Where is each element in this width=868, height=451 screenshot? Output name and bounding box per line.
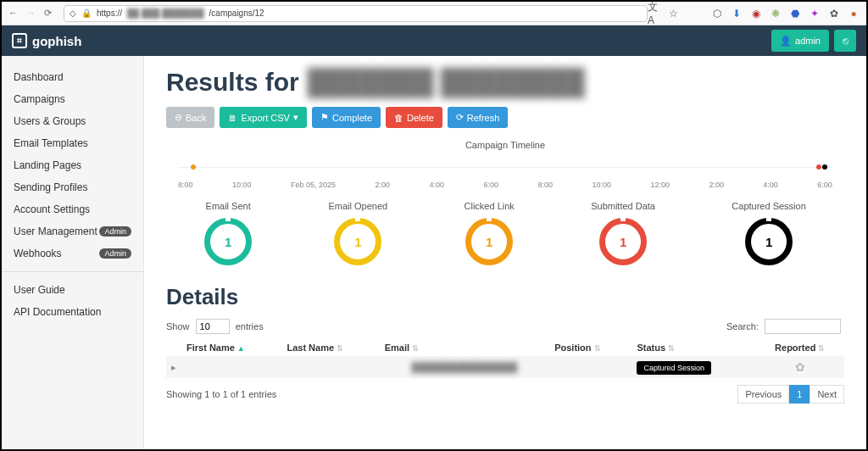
nav-fwd-icon[interactable]: →	[26, 8, 36, 19]
stat-value: 1	[225, 235, 231, 249]
sidebar-label: Dashboard	[14, 71, 64, 83]
stat-label: Captured Session	[732, 201, 805, 211]
download-icon[interactable]: ⬇	[731, 8, 743, 19]
nav-back-icon[interactable]: ←	[8, 8, 18, 19]
ext-icon-2[interactable]: ❋	[770, 8, 782, 19]
col-email[interactable]: Email⇅	[380, 339, 549, 356]
sidebar-item-campaigns[interactable]: Campaigns	[2, 88, 143, 110]
sidebar-item-webhooks[interactable]: WebhooksAdmin	[2, 242, 143, 264]
label: Export CSV	[241, 113, 289, 123]
delete-button[interactable]: 🗑Delete	[386, 107, 442, 128]
title-prefix: Results for	[166, 68, 299, 97]
axis-tick: 6:00	[483, 181, 498, 189]
stat-label: Email Sent	[204, 201, 252, 211]
expand-row-icon[interactable]: ▸	[171, 362, 176, 372]
timeline-axis: 8:00 10:00 Feb 05, 2025 2:00 4:00 6:00 8…	[178, 181, 832, 189]
details-table: First Name▲ Last Name⇅ Email⇅ Position⇅ …	[166, 339, 844, 378]
search-input[interactable]	[765, 319, 841, 334]
admin-user-button[interactable]: 👤 admin	[771, 30, 829, 52]
stat-value: 1	[765, 235, 772, 249]
action-buttons: ⊖Back 🗎Export CSV▾ ⚑Complete 🗑Delete ⟳Re…	[166, 107, 844, 128]
col-reported[interactable]: Reported⇅	[755, 339, 844, 356]
stat-email-opened[interactable]: Email Opened 1	[328, 201, 387, 265]
logout-button[interactable]: ⎋	[834, 30, 856, 52]
stat-label: Clicked Link	[465, 201, 515, 211]
translate-icon[interactable]: 文A	[648, 8, 659, 19]
stat-value: 1	[354, 235, 361, 249]
sidebar-item-user-guide[interactable]: User Guide	[2, 279, 143, 301]
col-position[interactable]: Position⇅	[549, 339, 632, 356]
stat-email-sent[interactable]: Email Sent 1	[204, 201, 252, 265]
refresh-button[interactable]: ⟳Refresh	[448, 107, 509, 128]
sidebar-item-landing-pages[interactable]: Landing Pages	[2, 154, 143, 176]
lock-icon: 🔒	[81, 8, 92, 18]
label: Delete	[407, 113, 434, 123]
sidebar-item-email-templates[interactable]: Email Templates	[2, 132, 143, 154]
star-icon[interactable]: ☆	[667, 8, 679, 19]
axis-tick: 2:00	[709, 181, 724, 189]
sidebar-item-user-management[interactable]: User ManagementAdmin	[2, 220, 143, 242]
ext-icon-1[interactable]: ◉	[750, 8, 762, 19]
search-label: Search:	[726, 321, 759, 331]
url-bar[interactable]: ◇ 🔒 https:// ██.███.███████ /campaigns/1…	[64, 5, 648, 22]
col-label: Status	[637, 342, 665, 353]
entries-input[interactable]	[196, 319, 230, 334]
sort-icon: ⇅	[668, 344, 675, 353]
sort-icon: ⇅	[594, 344, 601, 353]
sidebar-item-dashboard[interactable]: Dashboard	[2, 66, 143, 88]
page-1[interactable]: 1	[789, 385, 810, 404]
brand-logo[interactable]: ⌗ gophish	[12, 33, 81, 48]
sort-asc-icon: ▲	[237, 344, 245, 353]
sidebar-item-account-settings[interactable]: Account Settings	[2, 198, 143, 220]
sidebar-label: Email Templates	[14, 137, 88, 149]
ext-icon-4[interactable]: ✦	[809, 8, 821, 19]
col-label: Email	[385, 342, 409, 353]
url-scheme: https://	[97, 8, 122, 18]
sidebar-label: User Management	[14, 226, 97, 237]
axis-tick: 10:00	[592, 181, 611, 189]
brand-text: gophish	[32, 34, 81, 48]
timeline-event-dot[interactable]	[822, 164, 827, 170]
trash-icon: 🗑	[394, 113, 403, 123]
table-info: Showing 1 to 1 of 1 entries	[166, 389, 276, 399]
back-button[interactable]: ⊖Back	[166, 107, 214, 128]
page-prev[interactable]: Previous	[737, 385, 789, 404]
pocket-icon[interactable]: ⬡	[711, 8, 723, 19]
sidebar-item-api-docs[interactable]: API Documentation	[2, 301, 143, 323]
timeline-event-dot[interactable]	[191, 164, 196, 170]
col-status[interactable]: Status⇅	[632, 339, 755, 356]
ext-icon-3[interactable]: ⬣	[789, 8, 801, 19]
logo-hex-icon: ⌗	[12, 33, 27, 48]
col-label: Reported	[775, 342, 815, 353]
sidebar-item-users-groups[interactable]: Users & Groups	[2, 110, 143, 132]
show-post: entries	[236, 321, 264, 331]
profile-icon[interactable]: ●	[848, 8, 860, 19]
nav-reload-icon[interactable]: ⟳	[44, 8, 52, 19]
cell-last-name	[281, 356, 379, 378]
col-last-name[interactable]: Last Name⇅	[281, 339, 379, 356]
cell-email: ████████████████	[380, 356, 549, 378]
email-redacted: ████████████████	[412, 362, 518, 372]
logout-icon: ⎋	[843, 35, 849, 47]
timeline-event-dot[interactable]	[816, 164, 821, 170]
label: Back	[186, 113, 206, 123]
export-csv-button[interactable]: 🗎Export CSV▾	[220, 107, 306, 128]
stat-value: 1	[486, 235, 492, 249]
stats-row: Email Sent 1 Email Opened 1 Clicked Link…	[166, 201, 844, 265]
extensions-icon[interactable]: ✿	[828, 8, 840, 19]
stat-captured-session[interactable]: Captured Session 1	[732, 201, 805, 265]
col-label: Position	[554, 342, 591, 353]
table-row[interactable]: ▸ ████████████████ Captured Session ✿	[166, 356, 844, 378]
cell-first-name	[181, 356, 281, 378]
label: Refresh	[467, 113, 500, 123]
sidebar-label: Account Settings	[14, 203, 90, 215]
page-next[interactable]: Next	[810, 385, 844, 404]
sidebar-item-sending-profiles[interactable]: Sending Profiles	[2, 176, 143, 198]
gear-icon[interactable]: ✿	[795, 360, 805, 374]
complete-button[interactable]: ⚑Complete	[312, 107, 381, 128]
stat-submitted-data[interactable]: Submitted Data 1	[591, 201, 655, 265]
stat-clicked-link[interactable]: Clicked Link 1	[465, 201, 515, 265]
col-first-name[interactable]: First Name▲	[181, 339, 281, 356]
axis-tick: 2:00	[375, 181, 390, 189]
stat-label: Submitted Data	[591, 201, 655, 211]
